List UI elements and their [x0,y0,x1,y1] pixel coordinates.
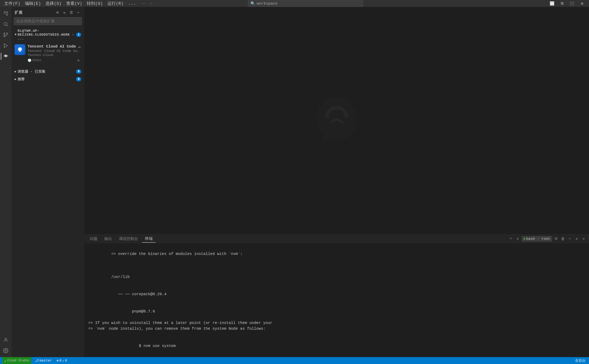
titlebar-actions: ⬜ ⧉ ⬛ ⊡ [548,0,587,6]
layout-editor-button[interactable]: ⬜ [548,0,557,6]
statusbar-right: 在后台 [574,357,587,364]
titlebar-search[interactable]: 🔍 workspace [248,0,363,7]
svg-point-4 [7,33,8,34]
titlebar-nav: ← → [141,0,154,6]
terminal-line-6: => If you wish to uninstall them at a la… [88,320,585,326]
statusbar-background-label: 在后台 [575,358,586,363]
terminal-line-4: ── ── corepack@0.29.4 [88,286,585,303]
terminal-tab-actions: + ∨ bash - root ⧉ 🗑 ⋯ ∧ ✕ [508,236,587,242]
svg-marker-6 [4,44,7,48]
terminal-content[interactable]: => override the binaries of modules inst… [84,243,589,357]
cloud-studio-logo [308,91,365,150]
main-layout: 扩展 ⊟ ↻ ☰ ⋯ ▼ RLQTWM.AP-BEIJING.CLOUDSTUD… [0,7,589,357]
installed-badge: 0 [76,69,81,74]
terminal-line-9: $ nvm use system [88,337,585,355]
section-badge: 1 [76,32,81,37]
views-button[interactable]: ☰ [68,10,74,15]
search-text: workspace [257,1,278,6]
terminal-line-10: $ npm uninstall -g a_module [88,355,585,357]
menu-view[interactable]: 查看(V) [64,0,84,7]
nav-back-button[interactable]: ← [141,0,147,6]
terminal-panel: 问题 输出 调试控制台 终端 + ∨ bash - root ⧉ 🗑 ⋯ ∧ ✕ [84,234,589,357]
close-terminal-button[interactable]: ✕ [581,236,587,242]
terminal-dropdown-button[interactable]: ∨ [515,236,521,242]
installed-section-header[interactable]: ▶ 浏览器 - 已安装 0 [12,68,84,75]
menu-edit[interactable]: 编辑(E) [23,0,43,7]
recommended-section-header[interactable]: ▶ 推荐 0 [12,75,84,83]
statusbar-errors[interactable]: ⊗ 0 ⚠ 0 [55,357,68,364]
menu-goto[interactable]: 转到(G) [85,0,105,7]
terminal-line-5: pnpm@8.7.6 [88,303,585,320]
section-header[interactable]: ▼ RLQTWM.AP-BEIJING.CLOUDSTUDIO.WORK - .… [12,27,84,42]
activity-item-run-debug[interactable] [1,41,11,51]
clock-icon: 🕐 [28,58,32,62]
activity-item-explorer[interactable] [1,8,11,18]
statusbar-cloud-studio[interactable]: ☁ Cloud Studio [2,357,31,364]
terminal-line-7: => `nvm` node installs), you can remove … [88,326,585,332]
svg-point-9 [5,350,7,351]
terminal-line-8 [88,332,585,337]
nav-forward-button[interactable]: → [148,0,154,6]
sidebar: 扩展 ⊟ ↻ ☰ ⋯ ▼ RLQTWM.AP-BEIJING.CLOUDSTUD… [12,7,84,357]
extension-item-tencent[interactable]: Tencent Cloud AI Code A... Tencent Cloud… [12,42,84,65]
svg-point-3 [4,33,5,34]
chevron-right-icon-2: ▶ [15,77,16,81]
menu-more[interactable]: ... [126,0,138,7]
statusbar-warning-count: 0 [65,359,67,363]
split-terminal-button[interactable]: ⧉ [553,236,559,242]
tab-debug-console[interactable]: 调试控制台 [116,235,141,242]
activity-item-search[interactable] [1,19,11,29]
svg-point-0 [4,22,7,26]
chevron-down-icon: ▼ [15,33,16,36]
extension-time: 🕐 582ms [28,58,41,62]
activity-item-accounts[interactable] [1,335,11,345]
menu-file[interactable]: 文件(F) [2,0,22,7]
statusbar: ☁ Cloud Studio ⎇ master ⊗ 0 ⚠ 0 在后台 [0,357,589,364]
branch-icon: ⎇ [35,358,39,363]
layout-split-button[interactable]: ⧉ [557,0,567,6]
activity-item-extensions[interactable] [1,51,11,61]
add-terminal-button[interactable]: + [508,236,514,242]
menu-select[interactable]: 选择(S) [44,0,64,7]
statusbar-left: ☁ Cloud Studio ⎇ master ⊗ 0 ⚠ 0 [2,357,68,364]
search-box[interactable]: 🔍 workspace [248,0,363,7]
extension-name: Tencent Cloud AI Code A... [28,44,81,49]
sidebar-title: 扩展 [15,10,23,15]
extension-search-input[interactable] [14,17,82,25]
statusbar-error-count: 0 [60,359,62,363]
filter-button[interactable]: ⊟ [55,10,60,15]
statusbar-cloud-label: Cloud Studio [7,359,29,362]
statusbar-branch[interactable]: ⎇ master [33,357,53,364]
warning-icon: ⚠ [62,358,64,363]
activity-item-source-control[interactable] [1,30,11,40]
chevron-right-icon: ▶ [15,70,16,73]
tab-problems[interactable]: 问题 [87,235,100,242]
installed-section-title: 浏览器 - 已安装 [18,69,75,74]
extension-settings-button[interactable]: ⚙ [76,58,81,63]
svg-point-8 [5,338,7,340]
refresh-button[interactable]: ↻ [62,10,67,15]
bash-label[interactable]: bash - root [522,236,552,242]
layout-more-button[interactable]: ⊡ [577,0,587,6]
activity-item-settings[interactable] [1,346,11,356]
sidebar-header-actions: ⊟ ↻ ☰ ⋯ [55,10,81,15]
tab-terminal[interactable]: 终端 [142,235,156,243]
terminal-more-button[interactable]: ⋯ [567,236,573,242]
more-button[interactable]: ⋯ [75,10,81,15]
extension-description: Tencent Cloud AI Code Assistant [28,49,81,53]
extension-publisher: Tencent-Cloud [28,53,81,57]
maximize-terminal-button[interactable]: ∧ [574,236,580,242]
menu-run[interactable]: 运行(R) [106,0,126,7]
terminal-line-2 [88,263,585,268]
extension-info: Tencent Cloud AI Code A... Tencent Cloud… [28,44,81,63]
layout-panel-button[interactable]: ⬛ [568,0,577,6]
statusbar-branch-name: master [40,359,52,363]
trash-button[interactable]: 🗑 [560,236,566,242]
statusbar-background[interactable]: 在后台 [574,357,587,364]
bash-label-text: bash - root [526,237,550,241]
extension-time-value: 582ms [32,59,41,62]
terminal-line-3: /usr/lib [88,268,585,286]
terminal-tabs: 问题 输出 调试控制台 终端 + ∨ bash - root ⧉ 🗑 ⋯ ∧ ✕ [84,235,589,243]
recommended-badge: 0 [76,77,81,81]
tab-output[interactable]: 输出 [101,235,115,242]
